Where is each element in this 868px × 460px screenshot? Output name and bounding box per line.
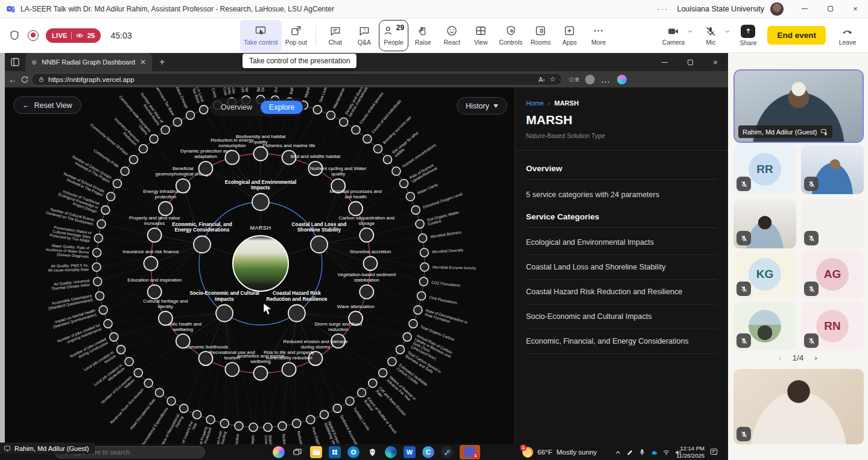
outer-node[interactable] xyxy=(392,167,401,175)
notification-center-icon[interactable] xyxy=(709,447,718,456)
taskbar-outlook-icon[interactable]: O xyxy=(347,446,360,458)
outer-node[interactable] xyxy=(379,368,387,377)
user-avatar[interactable] xyxy=(770,2,784,16)
outer-node[interactable] xyxy=(340,118,348,126)
mic-chevron-icon[interactable] xyxy=(724,28,735,43)
mic-button[interactable]: Mic xyxy=(697,25,724,46)
taskbar-file-explorer-icon[interactable] xyxy=(310,446,322,458)
category-item[interactable]: Economic, Financial, and Energy Consider… xyxy=(526,329,717,354)
outer-node[interactable] xyxy=(144,379,153,388)
outer-node[interactable] xyxy=(94,234,103,242)
outer-node[interactable] xyxy=(125,358,133,366)
url-bar[interactable]: https://nnbfgraph.vercel.app Aⁿ ☆ xyxy=(31,73,562,86)
outer-node[interactable] xyxy=(173,118,182,126)
toolbar-item-raise[interactable]: Raise xyxy=(408,20,437,51)
toolbar-item-more[interactable]: More xyxy=(584,20,613,51)
outer-node[interactable] xyxy=(388,358,396,366)
outer-node[interactable] xyxy=(93,248,101,257)
minimize-button[interactable] xyxy=(792,0,817,17)
outer-node[interactable] xyxy=(420,248,428,257)
taskbar-edge-icon[interactable] xyxy=(385,446,397,458)
titlebar-more-icon[interactable]: ··· xyxy=(657,4,668,13)
outer-node[interactable] xyxy=(186,111,195,119)
tab-close-icon[interactable]: ✕ xyxy=(140,58,146,66)
participant-tile-rr[interactable]: RR xyxy=(733,145,796,194)
camera-chevron-icon[interactable] xyxy=(686,28,697,43)
restore-button[interactable] xyxy=(817,0,843,17)
copilot-icon[interactable] xyxy=(617,75,627,84)
close-button[interactable]: × xyxy=(843,0,868,17)
outer-node[interactable] xyxy=(333,404,341,412)
outer-node[interactable] xyxy=(293,419,301,427)
category-item[interactable]: Socio-Economic and Cultural Impacts xyxy=(526,304,717,329)
category-node[interactable] xyxy=(252,194,269,210)
toolbar-item-chat[interactable]: Chat xyxy=(321,20,350,51)
outer-node[interactable] xyxy=(416,219,424,228)
participant-tile[interactable] xyxy=(733,199,796,248)
onedrive-icon[interactable] xyxy=(650,449,658,456)
outer-node[interactable] xyxy=(200,106,208,114)
overview-toggle-button[interactable]: Overview xyxy=(212,101,261,114)
participant-tile[interactable] xyxy=(801,145,864,194)
outer-node[interactable] xyxy=(414,306,422,314)
category-node[interactable] xyxy=(194,236,211,253)
category-item[interactable]: Coastal Hazard Risk Reduction and Resili… xyxy=(526,280,717,304)
toolbar-item-apps[interactable]: Apps xyxy=(555,20,584,51)
taskbar-word-icon[interactable]: W xyxy=(404,446,416,458)
parameter-node[interactable] xyxy=(225,362,239,376)
record-indicator-icon[interactable] xyxy=(28,30,39,41)
outer-node[interactable] xyxy=(396,345,404,354)
self-video-tile[interactable] xyxy=(733,369,864,444)
outer-node[interactable] xyxy=(249,423,258,432)
outer-node[interactable] xyxy=(352,126,360,134)
taskbar-steam-icon[interactable] xyxy=(441,446,453,458)
read-aloud-icon[interactable]: Aⁿ xyxy=(539,76,545,83)
toolbar-item-people[interactable]: 29People xyxy=(379,20,408,51)
outer-node[interactable] xyxy=(419,277,428,286)
toolbar-item-react[interactable]: React xyxy=(437,20,466,51)
parameter-node[interactable] xyxy=(176,179,190,193)
parameter-node[interactable] xyxy=(360,228,373,242)
outer-node[interactable] xyxy=(134,368,142,377)
reset-view-button[interactable]: ←Reset View xyxy=(13,96,81,114)
outer-node[interactable] xyxy=(101,206,110,214)
category-item[interactable]: Ecological and Environmental Impacts xyxy=(526,230,717,255)
parameter-node[interactable] xyxy=(176,334,190,348)
outer-node[interactable] xyxy=(278,422,287,430)
outer-node[interactable] xyxy=(130,156,138,164)
toolbar-item-pop-out[interactable]: Pop out xyxy=(282,20,311,51)
outer-node[interactable] xyxy=(403,333,411,341)
outer-node[interactable] xyxy=(110,333,118,341)
pager-prev-icon[interactable]: ‹ xyxy=(779,353,782,362)
outer-node[interactable] xyxy=(95,292,104,300)
parameter-node[interactable] xyxy=(254,367,268,380)
toolbar-item-take-control[interactable]: Take control xyxy=(240,20,282,51)
outer-node[interactable] xyxy=(99,306,107,314)
tab-actions-icon[interactable] xyxy=(10,57,20,67)
share-button[interactable]: Share xyxy=(735,25,761,46)
new-tab-icon[interactable]: + xyxy=(159,57,165,68)
parameter-node[interactable] xyxy=(225,151,239,165)
tray-mic-icon[interactable] xyxy=(638,449,646,456)
chevron-up-icon[interactable] xyxy=(614,449,622,456)
parameter-node[interactable] xyxy=(364,257,378,271)
participant-tile-ag[interactable]: AG xyxy=(801,250,864,299)
browser-close-button[interactable]: × xyxy=(703,54,728,71)
outer-node[interactable] xyxy=(220,419,229,427)
outer-node[interactable] xyxy=(206,415,215,424)
outer-node[interactable] xyxy=(346,397,354,405)
parameter-node[interactable] xyxy=(159,312,173,326)
refresh-icon[interactable] xyxy=(21,75,29,84)
outer-node[interactable] xyxy=(306,415,315,424)
outer-node[interactable] xyxy=(419,234,427,242)
taskbar-weather[interactable]: 1 66°F Mostly sunny xyxy=(522,444,597,460)
outer-node[interactable] xyxy=(326,111,335,119)
center-node-marsh[interactable] xyxy=(233,236,288,291)
outer-node[interactable] xyxy=(92,263,101,271)
taskbar-alienware-icon[interactable] xyxy=(366,446,378,458)
toolbar-item-controls[interactable]: Controls xyxy=(495,20,526,51)
parameter-node[interactable] xyxy=(360,285,373,299)
outer-node[interactable] xyxy=(417,292,426,300)
browser-minimize-button[interactable] xyxy=(652,54,677,71)
outer-node[interactable] xyxy=(313,106,322,114)
